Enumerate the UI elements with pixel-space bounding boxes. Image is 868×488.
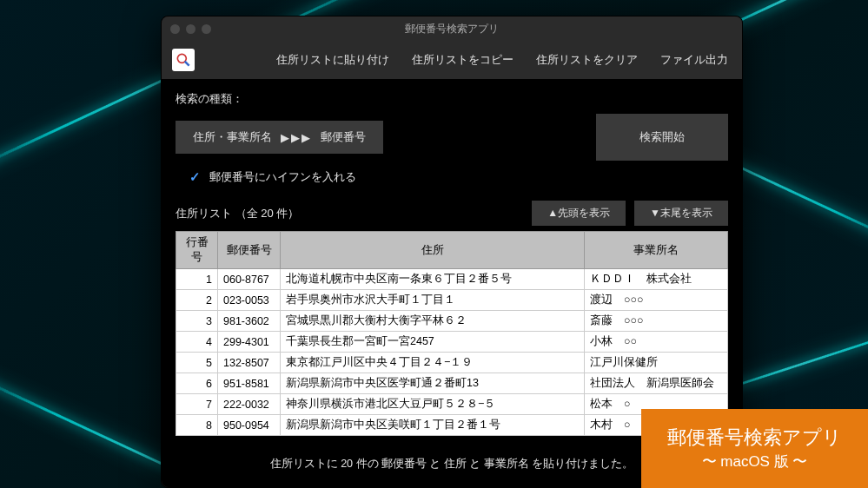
col-address[interactable]: 住所	[281, 232, 585, 269]
table-row[interactable]: 5132-8507東京都江戸川区中央４丁目２４−１９江戸川保健所	[176, 353, 728, 373]
cell-row-number: 8	[176, 415, 218, 436]
checkmark-icon: ✓	[189, 169, 201, 185]
cell-address: 東京都江戸川区中央４丁目２４−１９	[281, 353, 585, 373]
cell-postal-code: 299-4301	[218, 332, 281, 353]
scroll-bottom-button[interactable]: ▼末尾を表示	[634, 201, 728, 226]
svg-line-1	[185, 62, 189, 66]
cell-address: 神奈川県横浜市港北区大豆戸町５２８−５	[281, 394, 585, 415]
cell-address: 新潟県新潟市中央区医学町通２番町13	[281, 373, 585, 394]
promo-subtitle: 〜 macOS 版 〜	[667, 452, 842, 472]
cell-row-number: 4	[176, 332, 218, 353]
cell-postal-code: 981-3602	[218, 311, 281, 332]
cell-postal-code: 951-8581	[218, 373, 281, 394]
scroll-top-button[interactable]: ▲先頭を表示	[532, 201, 626, 226]
cell-business: 渡辺 ○○○	[585, 290, 728, 311]
col-row-number[interactable]: 行番号	[176, 232, 218, 269]
cell-postal-code: 023-0053	[218, 290, 281, 311]
search-type-to: 郵便番号	[321, 129, 366, 145]
address-table: 行番号 郵便番号 住所 事業所名 1060-8767北海道札幌市中央区南一条東６…	[176, 231, 728, 436]
col-postal-code[interactable]: 郵便番号	[218, 232, 281, 269]
cell-row-number: 6	[176, 373, 218, 394]
cell-business: 小林 ○○	[585, 332, 728, 353]
copy-button[interactable]: 住所リストをコピー	[408, 49, 517, 71]
cell-address: 新潟県新潟市中央区美咲町１丁目２番１号	[281, 415, 585, 436]
app-logo-icon	[172, 49, 195, 71]
cell-row-number: 3	[176, 311, 218, 332]
table-row[interactable]: 6951-8581新潟県新潟市中央区医学町通２番町13社団法人 新潟県医師会	[176, 373, 728, 394]
hyphen-checkbox-label: 郵便番号にハイフンを入れる	[209, 169, 356, 185]
col-business[interactable]: 事業所名	[585, 232, 728, 269]
search-type-label: 検索の種類：	[176, 91, 728, 107]
titlebar: 郵便番号検索アプリ	[162, 16, 742, 41]
search-type-from: 住所・事業所名	[193, 129, 272, 145]
arrow-right-icon: ▶▶▶	[281, 131, 312, 144]
cell-row-number: 7	[176, 394, 218, 415]
cell-postal-code: 132-8507	[218, 353, 281, 373]
promo-title: 郵便番号検索アプリ	[667, 425, 842, 452]
toolbar: 住所リストに貼り付け 住所リストをコピー 住所リストをクリア ファイル出力	[162, 41, 742, 79]
cell-postal-code: 950-0954	[218, 415, 281, 436]
cell-business: 江戸川保健所	[585, 353, 728, 373]
cell-postal-code: 222-0032	[218, 394, 281, 415]
cell-address: 宮城県黒川郡大衡村大衡字平林６２	[281, 311, 585, 332]
cell-address: 千葉県長生郡一宮町一宮2457	[281, 332, 585, 353]
cell-row-number: 1	[176, 269, 218, 290]
table-row[interactable]: 3981-3602宮城県黒川郡大衡村大衡字平林６２斎藤 ○○○	[176, 311, 728, 332]
cell-business: 社団法人 新潟県医師会	[585, 373, 728, 394]
paste-button[interactable]: 住所リストに貼り付け	[273, 49, 393, 71]
cell-address: 北海道札幌市中央区南一条東６丁目２番５号	[281, 269, 585, 290]
hyphen-checkbox[interactable]: ✓ 郵便番号にハイフンを入れる	[189, 169, 728, 185]
search-start-button[interactable]: 検索開始	[596, 114, 728, 161]
cell-address: 岩手県奥州市水沢大手町１丁目１	[281, 290, 585, 311]
promo-badge: 郵便番号検索アプリ 〜 macOS 版 〜	[641, 409, 868, 488]
cell-row-number: 5	[176, 353, 218, 373]
table-row[interactable]: 1060-8767北海道札幌市中央区南一条東６丁目２番５号ＫＤＤＩ 株式会社	[176, 269, 728, 290]
export-button[interactable]: ファイル出力	[657, 49, 732, 71]
cell-postal-code: 060-8767	[218, 269, 281, 290]
list-count-label: 住所リスト （全 20 件）	[176, 206, 299, 221]
table-row[interactable]: 4299-4301千葉県長生郡一宮町一宮2457小林 ○○	[176, 332, 728, 353]
cell-business: ＫＤＤＩ 株式会社	[585, 269, 728, 290]
table-row[interactable]: 2023-0053岩手県奥州市水沢大手町１丁目１渡辺 ○○○	[176, 290, 728, 311]
clear-button[interactable]: 住所リストをクリア	[533, 49, 641, 71]
window-title: 郵便番号検索アプリ	[162, 22, 742, 36]
search-type-button[interactable]: 住所・事業所名 ▶▶▶ 郵便番号	[176, 121, 383, 154]
cell-row-number: 2	[176, 290, 218, 311]
cell-business: 斎藤 ○○○	[585, 311, 728, 332]
